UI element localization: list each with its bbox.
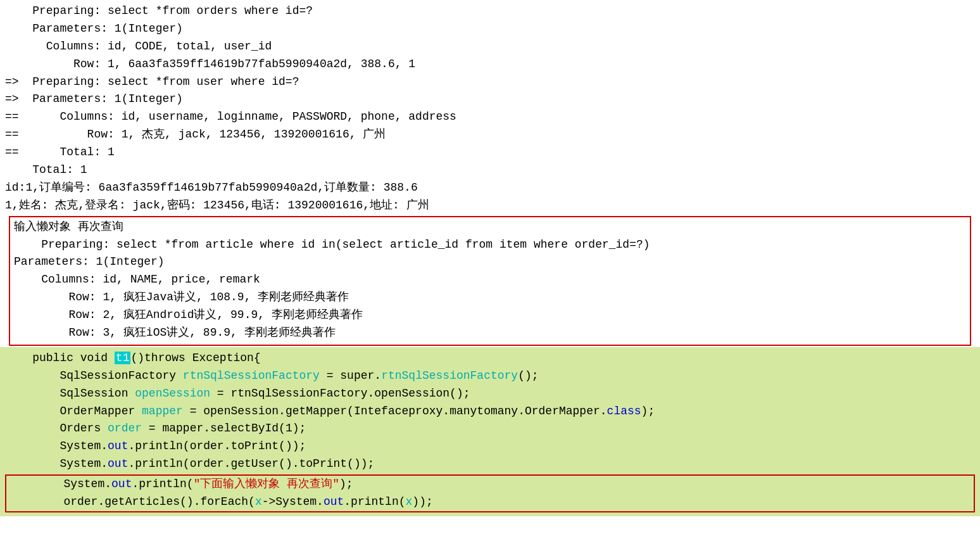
code-method-signature: ()throws Exception{ (130, 352, 260, 364)
lazy-row3: Row: 3, 疯狂iOS讲义, 89.9, 李刚老师经典著作 (14, 324, 966, 342)
code-method-name: t1 (115, 352, 131, 364)
code-lazy2-end: )); (412, 495, 432, 508)
code-lazy2-lambda-var: x (255, 495, 262, 508)
console-line-10: Total: 1 (5, 162, 975, 179)
code-factory-method: rtnSqlSessionFactory (381, 369, 518, 382)
code-print1-system: System. (5, 440, 108, 452)
console-line-9: == Total: 1 (5, 144, 975, 162)
lazy-load-box: 输入懒对象 再次查询 Preparing: select *from artic… (9, 216, 971, 346)
code-print2-system: System. (5, 457, 108, 470)
code-line-method: public void t1()throws Exception{ (5, 350, 975, 367)
code-print2-out: out (108, 457, 128, 470)
code-lazy1-out: out (111, 478, 132, 490)
code-print1-method: .println(order.toPrint()); (128, 440, 306, 452)
code-line-print1: System.out.println(order.toPrint()); (5, 438, 975, 455)
lazy-row1: Row: 1, 疯狂Java讲义, 108.9, 李刚老师经典著作 (14, 289, 966, 307)
console-line-1: Preparing: select *from orders where id=… (5, 3, 975, 20)
code-line-mapper: OrderMapper mapper = openSession.getMapp… (5, 403, 975, 421)
code-lazy1-end: ); (339, 478, 353, 490)
code-print1-out: out (108, 440, 128, 452)
code-factory-assign: = super. (320, 369, 381, 382)
code-line-lazy1: System.out.println("下面输入懒对象 再次查询"); (9, 476, 971, 493)
code-line-print2: System.out.println(order.getUser().toPri… (5, 455, 975, 473)
code-lazy2-println: .println( (344, 495, 405, 508)
code-session-assign: = rtnSqlSessionFactory.openSession(); (210, 387, 470, 400)
code-lazy2-x: x (406, 495, 413, 508)
code-lazy-box: System.out.println("下面输入懒对象 再次查询"); orde… (5, 474, 975, 512)
code-section: public void t1()throws Exception{ SqlSes… (0, 347, 980, 516)
code-session-type: SqlSession (5, 387, 135, 400)
code-mapper-end: ); (641, 405, 655, 417)
lazy-columns-line: Columns: id, NAME, price, remark (14, 271, 966, 289)
code-line-lazy2: order.getArticles().forEach(x->System.ou… (9, 493, 971, 511)
code-factory-type: SqlSessionFactory (5, 369, 183, 382)
code-factory-end: (); (518, 369, 538, 382)
lazy-row2: Row: 2, 疯狂Android讲义, 99.9, 李刚老师经典著作 (14, 307, 966, 324)
code-lazy1-string: "下面输入懒对象 再次查询" (194, 478, 339, 490)
code-lazy1-system: System. (9, 478, 111, 490)
code-order-assign: = mapper.selectById(1); (142, 422, 306, 435)
code-mapper-type: OrderMapper (5, 405, 142, 417)
lazy-params-line: Parameters: 1(Integer) (14, 253, 966, 271)
console-line-4: Row: 1, 6aa3fa359ff14619b77fab5990940a2d… (5, 56, 975, 73)
code-lazy2-out: out (324, 495, 344, 508)
console-line-2: Parameters: 1(Integer) (5, 20, 975, 38)
code-print2-method: .println(order.getUser().toPrint()); (128, 457, 374, 470)
console-line-12: 1,姓名: 杰克,登录名: jack,密码: 123456,电话: 139200… (5, 197, 975, 215)
lazy-load-label: 输入懒对象 再次查询 (14, 219, 966, 236)
code-line-session: SqlSession openSession = rtnSqlSessionFa… (5, 385, 975, 403)
code-session-var: openSession (135, 387, 210, 400)
lazy-sql-line: Preparing: select *from article where id… (14, 236, 966, 254)
code-order-var: order (108, 422, 142, 435)
console-line-11: id:1,订单编号: 6aa3fa359ff14619b77fab5990940… (5, 179, 975, 197)
console-line-5: => Preparing: select *from user where id… (5, 73, 975, 91)
console-line-6: => Parameters: 1(Integer) (5, 91, 975, 108)
code-keyword-public: public void (5, 352, 115, 364)
code-lazy1-method: .println( (132, 478, 193, 490)
code-factory-var: rtnSqlSessionFactory (183, 369, 320, 382)
code-line-factory: SqlSessionFactory rtnSqlSessionFactory =… (5, 367, 975, 385)
console-line-8: == Row: 1, 杰克, jack, 123456, 13920001616… (5, 126, 975, 144)
console-line-3: Columns: id, CODE, total, user_id (5, 38, 975, 56)
console-output-section: Preparing: select *from orders where id=… (0, 0, 980, 346)
code-lazy2-arrow: ->System. (262, 495, 324, 508)
code-mapper-var: mapper (142, 405, 183, 417)
code-mapper-assign: = openSession.getMapper(Intefaceproxy.ma… (183, 405, 607, 417)
code-mapper-class: class (607, 405, 641, 417)
code-order-type: Orders (5, 422, 108, 435)
code-lazy2-call: order.getArticles().forEach( (9, 495, 255, 508)
console-line-7: == Columns: id, username, loginname, PAS… (5, 108, 975, 126)
code-line-order: Orders order = mapper.selectById(1); (5, 420, 975, 438)
